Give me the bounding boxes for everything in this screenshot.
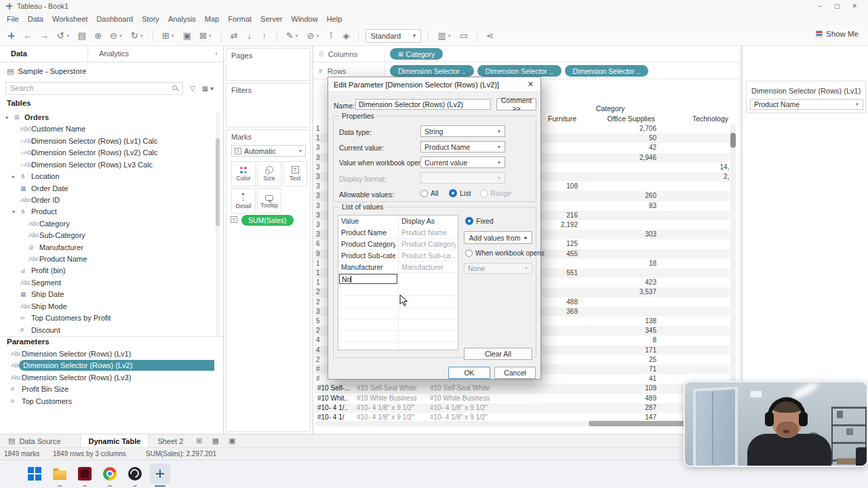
taskbar-chrome[interactable] (100, 464, 120, 484)
field-sub-category[interactable]: AbcSub-Category (0, 230, 214, 241)
horizontal-scrollbar[interactable] (315, 421, 685, 426)
parameter-dimension-selector-rows-lv3-[interactable]: AbcDimension Selector (Rows) (Lv3) (0, 371, 214, 383)
menu-file[interactable]: File (7, 15, 19, 23)
close-icon[interactable]: ✕ (852, 3, 857, 9)
parameter-dimension-selector-rows-lv2-[interactable]: AbcDimension Selector (Rows) (Lv2) (0, 360, 214, 371)
duplicate-sheet-icon[interactable]: ▣ (181, 30, 193, 41)
horizontal-scrollbar-handle[interactable] (589, 421, 685, 426)
field-ship-mode[interactable]: AbcShip Mode (0, 300, 214, 312)
field-profit-bin-[interactable]: ⊿Profit (bin) (0, 265, 214, 277)
vertical-scrollbar-handle[interactable] (730, 133, 736, 148)
field-top-customers-by-profit[interactable]: ∞Top Customers by Profit (0, 312, 214, 324)
parameter-name-input[interactable] (355, 99, 491, 110)
save-icon[interactable]: ▤ (76, 30, 88, 41)
new-story-icon[interactable]: ▣ (224, 436, 240, 445)
add-values-from-button[interactable]: Add values from ▸ (464, 231, 532, 244)
value-row[interactable]: Product CategoryProduct Category (338, 239, 458, 250)
when-workbook-opens-radio[interactable]: When workbook opens (465, 249, 545, 257)
menu-server[interactable]: Server (260, 15, 282, 23)
fixed-radio[interactable]: Fixed (465, 217, 494, 225)
sum-sales-pill[interactable]: SUM(Sales) (241, 215, 294, 226)
pill-category[interactable]: ⊞Category (390, 48, 443, 60)
field-orders[interactable]: ▾⊞Orders (0, 112, 214, 123)
field-ship-date[interactable]: ▦Ship Date (0, 289, 214, 300)
comment-button[interactable]: Comment >> (496, 98, 536, 110)
menu-dashboard[interactable]: Dashboard (96, 15, 133, 23)
allowable-all-radio[interactable]: All (420, 189, 439, 197)
menu-help[interactable]: Help (327, 15, 342, 23)
empty-value-row[interactable] (338, 308, 458, 319)
fields-scrollbar[interactable] (216, 113, 220, 336)
undo-icon[interactable]: ← (21, 30, 34, 41)
tab-dynamic-table[interactable]: Dynamic Table (80, 434, 150, 448)
field-location[interactable]: ▸⋔Location (0, 171, 214, 182)
expand-caret-icon[interactable]: ▸ (12, 174, 15, 180)
share-icon[interactable]: ⋖ (484, 30, 496, 41)
parameter-dimension-selector-rows-lv1-[interactable]: AbcDimension Selector (Rows) (Lv1) (0, 348, 214, 360)
value-row[interactable]: ManufacturerManufacturer (338, 262, 458, 273)
group-members-icon[interactable]: ⊘▼ (305, 30, 322, 41)
cancel-button[interactable]: Cancel (494, 367, 536, 379)
tooltip-button[interactable]: Tooltip (257, 188, 281, 214)
table-row[interactable]: #10 Whit..#10 White Business#10 White Bu… (315, 394, 730, 403)
redo-icon[interactable]: → (38, 30, 51, 41)
field-dimension-selector-rows-lv1-calc[interactable]: =AbcDimension Selector (Rows) (Lv1) Calc (0, 135, 214, 146)
menu-story[interactable]: Story (142, 15, 159, 23)
new-worksheet-icon[interactable]: ⊞▼ (160, 30, 177, 41)
replay-icon[interactable]: ↺▼ (55, 30, 72, 41)
minimize-icon[interactable]: – (818, 3, 822, 9)
fields-scrollbar-handle[interactable] (216, 138, 220, 226)
dialog-titlebar[interactable]: Edit Parameter [Dimension Selector (Rows… (328, 77, 540, 92)
current-value-select[interactable]: Product Name▼ (420, 141, 505, 152)
clear-sheet-icon[interactable]: ⊠▼ (197, 30, 214, 41)
field-customer-name[interactable]: AbcCustomer Name (0, 123, 214, 135)
empty-value-row[interactable] (338, 285, 458, 296)
value-edit-cell[interactable]: No (339, 274, 397, 284)
show-me-button[interactable]: Show Me (816, 30, 859, 38)
field-category[interactable]: AbcCategory (0, 218, 214, 229)
fit-select[interactable]: Standard▼ (366, 29, 421, 43)
datasource-item[interactable]: ▤ Sample - Superstore (0, 64, 223, 79)
color-button[interactable]: Color (231, 161, 256, 186)
menu-map[interactable]: Map (205, 15, 219, 23)
run-update-icon[interactable]: ↻▼ (129, 30, 146, 41)
clear-all-button[interactable]: Clear All (464, 348, 532, 360)
menu-format[interactable]: Format (228, 15, 252, 23)
text-button[interactable]: T Text (283, 161, 307, 186)
pages-shelf[interactable]: Pages (226, 48, 311, 81)
empty-value-row[interactable] (338, 331, 458, 342)
expand-caret-icon[interactable]: ▾ (12, 209, 15, 215)
field-product[interactable]: ▾⋔Product (0, 206, 214, 218)
menu-worksheet[interactable]: Worksheet (52, 15, 87, 23)
presentation-mode-icon[interactable]: ▭ (458, 30, 470, 41)
empty-value-row[interactable] (338, 319, 458, 331)
fix-axes-icon[interactable]: ◈ (340, 30, 351, 41)
filter-fields-icon[interactable]: ▽ (190, 85, 195, 92)
data-type-select[interactable]: String▼ (420, 125, 505, 137)
allowable-list-radio[interactable]: List (449, 189, 471, 197)
table-row[interactable]: #10- 4 1/..#10- 4 1/8" x 9 1/2"#10- 4 1/… (315, 403, 730, 413)
pill-dimension-selector[interactable]: Dimension Selector .. (477, 65, 561, 77)
detail-button[interactable]: Detail (231, 188, 256, 214)
new-dashboard-icon[interactable]: ▦ (208, 436, 224, 445)
value-row[interactable]: Product Sub-categ...Product Sub-ca... (338, 250, 458, 262)
table-row[interactable]: #10 Self-...#10 Self-Seal White#10 Self-… (315, 384, 730, 393)
show-hide-cards-icon[interactable]: ▥▼ (435, 30, 453, 41)
empty-value-row[interactable] (338, 296, 458, 308)
mark-type-select[interactable]: T Automatic ▼ (231, 145, 306, 157)
field-manufacturer[interactable]: ⊘Manufacturer (0, 241, 214, 253)
value-row[interactable]: Product NameProduct Name (338, 227, 458, 239)
collapse-pane-icon[interactable]: ‹ (215, 46, 223, 62)
tab-analytics[interactable]: Analytics (88, 46, 202, 62)
maximize-icon[interactable]: ▢ (834, 3, 840, 9)
new-data-source-icon[interactable]: ⊕ (92, 30, 104, 41)
close-icon[interactable]: ✕ (526, 80, 535, 89)
expand-caret-icon[interactable]: ▾ (5, 115, 8, 121)
pill-dimension-selector[interactable]: Dimension Selector .. (390, 65, 474, 77)
field-segment[interactable]: AbcSegment (0, 277, 214, 288)
sort-descending-icon[interactable]: ↑ (259, 30, 270, 41)
field-order-id[interactable]: AbcOrder ID (0, 194, 214, 205)
menu-data[interactable]: Data (28, 15, 43, 23)
tab-data[interactable]: Data (0, 46, 88, 62)
taskbar-file-explorer[interactable] (50, 464, 70, 484)
